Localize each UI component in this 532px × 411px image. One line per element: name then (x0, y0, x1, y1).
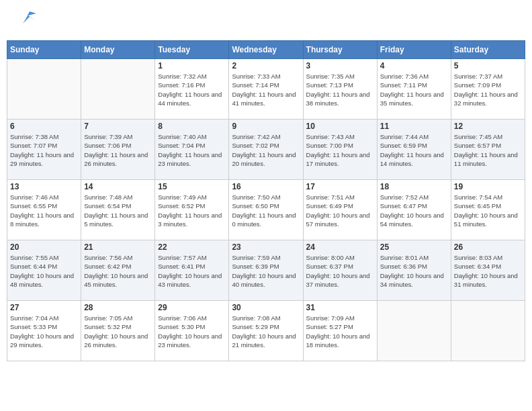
calendar-day-cell (451, 301, 525, 361)
calendar-table: SundayMondayTuesdayWednesdayThursdayFrid… (7, 40, 525, 361)
calendar-day-cell (377, 301, 451, 361)
day-info: Sunrise: 7:32 AMSunset: 7:16 PMDaylight:… (158, 72, 226, 107)
day-info: Sunrise: 7:46 AMSunset: 6:55 PMDaylight:… (10, 193, 78, 228)
day-number: 4 (380, 61, 448, 71)
day-info: Sunrise: 7:59 AMSunset: 6:39 PMDaylight:… (232, 253, 300, 289)
calendar-day-cell: 2Sunrise: 7:33 AMSunset: 7:14 PMDaylight… (229, 59, 303, 120)
day-info: Sunrise: 7:37 AMSunset: 7:09 PMDaylight:… (454, 72, 522, 107)
day-number: 19 (454, 182, 522, 191)
calendar-day-cell: 15Sunrise: 7:49 AMSunset: 6:52 PMDayligh… (155, 180, 229, 240)
day-info: Sunrise: 7:50 AMSunset: 6:50 PMDaylight:… (232, 193, 300, 228)
day-info: Sunrise: 7:48 AMSunset: 6:54 PMDaylight:… (84, 193, 152, 228)
day-number: 14 (84, 182, 152, 191)
day-number: 29 (158, 303, 226, 312)
day-info: Sunrise: 7:06 AMSunset: 5:30 PMDaylight:… (158, 314, 226, 349)
day-number: 23 (232, 242, 300, 252)
day-number: 27 (10, 303, 78, 312)
day-info: Sunrise: 7:52 AMSunset: 6:47 PMDaylight:… (380, 193, 448, 228)
calendar-header-row: SundayMondayTuesdayWednesdayThursdayFrid… (7, 41, 525, 59)
calendar-day-cell: 23Sunrise: 7:59 AMSunset: 6:39 PMDayligh… (229, 240, 303, 301)
calendar-week-row: 20Sunrise: 7:55 AMSunset: 6:44 PMDayligh… (7, 240, 525, 301)
day-info: Sunrise: 7:39 AMSunset: 7:06 PMDaylight:… (84, 132, 152, 168)
calendar-day-cell: 20Sunrise: 7:55 AMSunset: 6:44 PMDayligh… (7, 240, 81, 301)
logo (13, 10, 36, 30)
calendar-day-cell: 1Sunrise: 7:32 AMSunset: 7:16 PMDaylight… (155, 59, 229, 120)
day-info: Sunrise: 7:49 AMSunset: 6:52 PMDaylight:… (158, 193, 226, 228)
day-number: 12 (454, 122, 522, 131)
calendar-week-row: 1Sunrise: 7:32 AMSunset: 7:16 PMDaylight… (7, 59, 525, 120)
calendar-day-cell: 14Sunrise: 7:48 AMSunset: 6:54 PMDayligh… (81, 180, 155, 240)
calendar-day-cell: 16Sunrise: 7:50 AMSunset: 6:50 PMDayligh… (229, 180, 303, 240)
day-info: Sunrise: 7:55 AMSunset: 6:44 PMDaylight:… (10, 253, 78, 289)
day-number: 2 (232, 61, 300, 71)
day-number: 15 (158, 182, 226, 191)
day-of-week-header: Friday (377, 41, 451, 59)
calendar-day-cell: 18Sunrise: 7:52 AMSunset: 6:47 PMDayligh… (377, 180, 451, 240)
calendar-day-cell: 11Sunrise: 7:44 AMSunset: 6:59 PMDayligh… (377, 120, 451, 180)
calendar-day-cell: 24Sunrise: 8:00 AMSunset: 6:37 PMDayligh… (303, 240, 377, 301)
calendar-day-cell: 21Sunrise: 7:56 AMSunset: 6:42 PMDayligh… (81, 240, 155, 301)
day-info: Sunrise: 8:01 AMSunset: 6:36 PMDaylight:… (380, 253, 448, 289)
day-info: Sunrise: 7:57 AMSunset: 6:41 PMDaylight:… (158, 253, 226, 289)
day-info: Sunrise: 7:51 AMSunset: 6:49 PMDaylight:… (306, 193, 374, 228)
calendar-day-cell: 3Sunrise: 7:35 AMSunset: 7:13 PMDaylight… (303, 59, 377, 120)
day-number: 24 (306, 242, 374, 252)
calendar-day-cell: 17Sunrise: 7:51 AMSunset: 6:49 PMDayligh… (303, 180, 377, 240)
calendar-day-cell: 9Sunrise: 7:42 AMSunset: 7:02 PMDaylight… (229, 120, 303, 180)
calendar-day-cell: 13Sunrise: 7:46 AMSunset: 6:55 PMDayligh… (7, 180, 81, 240)
calendar-day-cell: 26Sunrise: 8:03 AMSunset: 6:34 PMDayligh… (451, 240, 525, 301)
calendar-day-cell: 22Sunrise: 7:57 AMSunset: 6:41 PMDayligh… (155, 240, 229, 301)
day-info: Sunrise: 8:00 AMSunset: 6:37 PMDaylight:… (306, 253, 374, 289)
day-of-week-header: Thursday (303, 41, 377, 59)
calendar-day-cell: 31Sunrise: 7:09 AMSunset: 5:27 PMDayligh… (303, 301, 377, 361)
calendar-day-cell: 19Sunrise: 7:54 AMSunset: 6:45 PMDayligh… (451, 180, 525, 240)
day-number: 13 (10, 182, 78, 191)
calendar-day-cell: 7Sunrise: 7:39 AMSunset: 7:06 PMDaylight… (81, 120, 155, 180)
calendar-day-cell: 30Sunrise: 7:08 AMSunset: 5:29 PMDayligh… (229, 301, 303, 361)
day-number: 8 (158, 122, 226, 131)
day-info: Sunrise: 7:36 AMSunset: 7:11 PMDaylight:… (380, 72, 448, 107)
day-info: Sunrise: 7:05 AMSunset: 5:32 PMDaylight:… (84, 314, 152, 349)
day-info: Sunrise: 7:09 AMSunset: 5:27 PMDaylight:… (306, 314, 374, 349)
calendar-day-cell: 8Sunrise: 7:40 AMSunset: 7:04 PMDaylight… (155, 120, 229, 180)
calendar-day-cell: 29Sunrise: 7:06 AMSunset: 5:30 PMDayligh… (155, 301, 229, 361)
day-info: Sunrise: 7:08 AMSunset: 5:29 PMDaylight:… (232, 314, 300, 349)
day-number: 5 (454, 61, 522, 71)
day-of-week-header: Wednesday (229, 41, 303, 59)
day-of-week-header: Monday (81, 41, 155, 59)
calendar-day-cell: 12Sunrise: 7:45 AMSunset: 6:57 PMDayligh… (451, 120, 525, 180)
day-info: Sunrise: 7:35 AMSunset: 7:13 PMDaylight:… (306, 72, 374, 107)
day-of-week-header: Tuesday (155, 41, 229, 59)
day-number: 1 (158, 61, 226, 71)
day-info: Sunrise: 7:33 AMSunset: 7:14 PMDaylight:… (232, 72, 300, 107)
calendar-day-cell: 4Sunrise: 7:36 AMSunset: 7:11 PMDaylight… (377, 59, 451, 120)
calendar-day-cell: 28Sunrise: 7:05 AMSunset: 5:32 PMDayligh… (81, 301, 155, 361)
calendar-day-cell: 10Sunrise: 7:43 AMSunset: 7:00 PMDayligh… (303, 120, 377, 180)
day-number: 9 (232, 122, 300, 131)
day-number: 10 (306, 122, 374, 131)
calendar-day-cell: 6Sunrise: 7:38 AMSunset: 7:07 PMDaylight… (7, 120, 81, 180)
day-number: 30 (232, 303, 300, 312)
calendar-week-row: 27Sunrise: 7:04 AMSunset: 5:33 PMDayligh… (7, 301, 525, 361)
calendar-day-cell: 25Sunrise: 8:01 AMSunset: 6:36 PMDayligh… (377, 240, 451, 301)
day-info: Sunrise: 7:43 AMSunset: 7:00 PMDaylight:… (306, 132, 374, 168)
day-number: 6 (10, 122, 78, 131)
day-number: 20 (10, 242, 78, 252)
calendar-week-row: 13Sunrise: 7:46 AMSunset: 6:55 PMDayligh… (7, 180, 525, 240)
day-number: 25 (380, 242, 448, 252)
calendar-day-cell: 27Sunrise: 7:04 AMSunset: 5:33 PMDayligh… (7, 301, 81, 361)
day-info: Sunrise: 7:44 AMSunset: 6:59 PMDaylight:… (380, 132, 448, 168)
day-of-week-header: Sunday (7, 41, 81, 59)
calendar-week-row: 6Sunrise: 7:38 AMSunset: 7:07 PMDaylight… (7, 120, 525, 180)
day-info: Sunrise: 7:38 AMSunset: 7:07 PMDaylight:… (10, 132, 78, 168)
day-info: Sunrise: 7:40 AMSunset: 7:04 PMDaylight:… (158, 132, 226, 168)
day-number: 17 (306, 182, 374, 191)
day-number: 18 (380, 182, 448, 191)
logo-bird-icon (16, 10, 36, 30)
calendar-day-cell (7, 59, 81, 120)
day-info: Sunrise: 7:56 AMSunset: 6:42 PMDaylight:… (84, 253, 152, 289)
day-info: Sunrise: 7:42 AMSunset: 7:02 PMDaylight:… (232, 132, 300, 168)
day-of-week-header: Saturday (451, 41, 525, 59)
day-number: 22 (158, 242, 226, 252)
day-number: 26 (454, 242, 522, 252)
